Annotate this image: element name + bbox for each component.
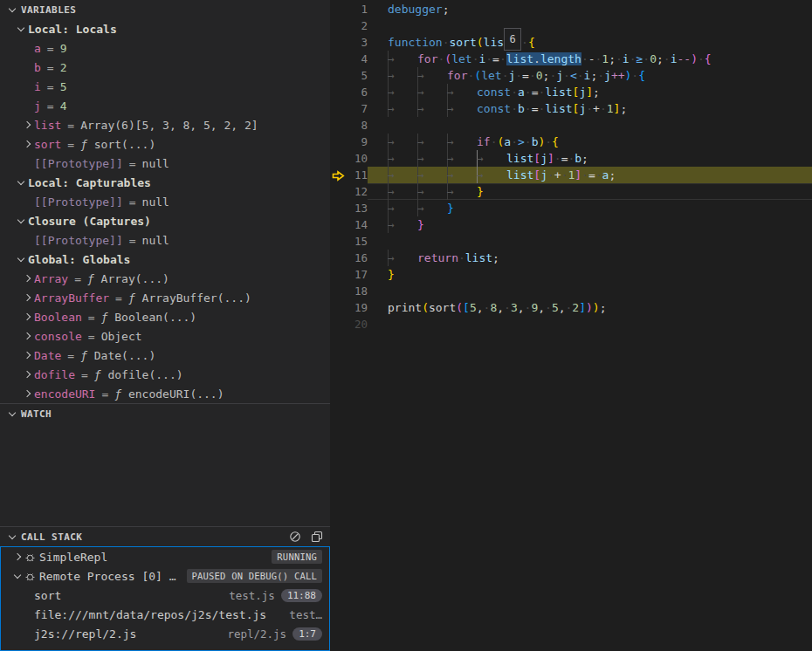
variable-row[interactable]: encodeURI=ƒ encodeURI(...)	[0, 384, 330, 403]
chevron-right-icon[interactable]	[21, 310, 34, 324]
code-line[interactable]: 1debugger;	[330, 1, 812, 17]
code-line[interactable]: 2	[330, 17, 812, 34]
line-number[interactable]: 1	[330, 1, 368, 17]
chevron-down-icon[interactable]	[15, 22, 28, 36]
copy-callstack-icon[interactable]	[311, 531, 323, 543]
code-text[interactable]: →→}	[368, 200, 812, 216]
chevron-right-icon[interactable]	[21, 329, 34, 343]
callstack-frame-row[interactable]: file:///mnt/data/repos/j2s/test.jstest…	[1, 605, 329, 624]
variable-row[interactable]: dofile=ƒ dofile(...)	[0, 365, 330, 384]
code-line[interactable]: 15	[330, 233, 812, 250]
chevron-down-icon[interactable]	[6, 407, 19, 421]
scope-row[interactable]: Closure (Captures)	[0, 211, 330, 230]
code-text[interactable]: function·sort(lis6·{	[368, 34, 812, 51]
code-line[interactable]: 13→→}	[330, 200, 812, 216]
variable-row[interactable]: b=2	[0, 58, 330, 77]
code-text[interactable]: }	[368, 266, 812, 283]
code-text[interactable]: →→→if·(a·>·b)·{	[368, 134, 812, 150]
line-number[interactable]: 7	[330, 100, 368, 117]
line-number[interactable]: 17	[330, 266, 368, 283]
line-number[interactable]: 5	[330, 67, 368, 84]
code-line[interactable]: 16→return·list;	[330, 250, 812, 266]
line-number[interactable]: 15	[330, 233, 368, 250]
chevron-right-icon[interactable]	[21, 348, 34, 362]
code-line[interactable]: 17}	[330, 266, 812, 283]
line-number[interactable]: 8	[330, 117, 368, 134]
code-text[interactable]	[368, 17, 812, 34]
callstack-list[interactable]: SimpleReplRUNNINGRemote Process [0] …PAU…	[0, 546, 330, 651]
code-line[interactable]: 20	[330, 316, 812, 332]
chevron-down-icon[interactable]	[15, 252, 28, 266]
chevron-down-icon[interactable]	[15, 214, 28, 228]
code-text[interactable]: →→→→list[j·+·1]·=·a;	[368, 167, 812, 183]
chevron-down-icon[interactable]	[6, 3, 19, 17]
code-line[interactable]: 18	[330, 283, 812, 299]
chevron-right-icon[interactable]	[21, 137, 34, 151]
code-line[interactable]: 5→→for·(let·j·=·0;·j·<·i;·j++)·{	[330, 67, 812, 84]
variable-row[interactable]: a=9	[0, 38, 330, 58]
code-text[interactable]: →→for·(let·j·=·0;·j·<·i;·j++)·{	[368, 67, 812, 84]
variable-row[interactable]: [[Prototype]]=null	[0, 192, 330, 211]
variable-row[interactable]: [[Prototype]]=null	[0, 154, 330, 173]
variables-pane-header[interactable]: VARIABLES	[0, 0, 330, 19]
chevron-down-icon[interactable]	[11, 569, 24, 583]
variable-row[interactable]: Date=ƒ Date(...)	[0, 346, 330, 365]
code-text[interactable]	[368, 117, 812, 134]
code-text[interactable]: debugger;	[368, 1, 812, 17]
variable-row[interactable]: list=Array(6)[5, 3, 8, 5, 2, 2]	[0, 115, 330, 134]
code-line[interactable]: 19print(sort([5,·8,·3,·9,·5,·2]));	[330, 299, 812, 316]
callstack-frame-row[interactable]: j2s://repl/2.jsrepl/2.js1:7	[1, 624, 329, 643]
variable-row[interactable]: console=Object	[0, 326, 330, 346]
scope-row[interactable]: Global: Globals	[0, 250, 330, 269]
code-line[interactable]: 10→→→→list[j]·=·b;	[330, 150, 812, 167]
line-number[interactable]: 16	[330, 250, 368, 266]
code-editor[interactable]: 1debugger;23function·sort(lis6·{4→for·(l…	[330, 0, 812, 651]
line-number[interactable]: 18	[330, 283, 368, 299]
chevron-right-icon[interactable]	[21, 367, 34, 381]
line-number[interactable]: 19	[330, 299, 368, 316]
code-line[interactable]: 9→→→if·(a·>·b)·{	[330, 134, 812, 150]
code-line[interactable]: 11→→→→list[j·+·1]·=·a;	[330, 167, 812, 183]
code-text[interactable]: →→→}	[368, 183, 812, 200]
callstack-frame-row[interactable]: sorttest.js11:88	[1, 586, 329, 605]
callstack-session-row[interactable]: SimpleReplRUNNING	[1, 547, 329, 566]
line-number[interactable]: 10	[330, 150, 368, 167]
code-text[interactable]: →}	[368, 216, 812, 233]
line-number[interactable]: 2	[330, 17, 368, 34]
code-text[interactable]	[368, 316, 812, 332]
scope-row[interactable]: Local: Locals	[0, 19, 330, 38]
chevron-right-icon[interactable]	[21, 271, 34, 285]
variable-row[interactable]: Array=ƒ Array(...)	[0, 269, 330, 288]
line-number[interactable]: 13	[330, 200, 368, 216]
line-number[interactable]: 6	[330, 84, 368, 100]
line-number[interactable]: 12	[330, 183, 368, 200]
watch-pane-header[interactable]: WATCH	[0, 404, 330, 423]
line-number[interactable]: 4	[330, 51, 368, 67]
chevron-right-icon[interactable]	[11, 550, 24, 564]
variable-row[interactable]: [[Prototype]]=null	[0, 230, 330, 250]
chevron-down-icon[interactable]	[6, 530, 19, 544]
code-line[interactable]: 14→}	[330, 216, 812, 233]
clock-slash-icon[interactable]	[289, 531, 301, 543]
chevron-right-icon[interactable]	[21, 387, 34, 401]
variable-row[interactable]: ArrayBuffer=ƒ ArrayBuffer(...)	[0, 288, 330, 307]
code-text[interactable]: print(sort([5,·8,·3,·9,·5,·2]));	[368, 299, 812, 316]
code-line[interactable]: 12→→→}	[330, 183, 812, 200]
chevron-down-icon[interactable]	[15, 175, 28, 189]
code-text[interactable]: →→→→list[j]·=·b;	[368, 150, 812, 167]
variable-row[interactable]: j=4	[0, 96, 330, 115]
callstack-session-row[interactable]: Remote Process [0] …PAUSED ON DEBUG() CA…	[1, 566, 329, 586]
line-number[interactable]: 3	[330, 34, 368, 51]
line-number[interactable]: 9	[330, 134, 368, 150]
code-text[interactable]	[368, 283, 812, 299]
chevron-right-icon[interactable]	[21, 291, 34, 305]
line-number[interactable]: 14	[330, 216, 368, 233]
code-line[interactable]: 6→→→const·a·=·list[j];	[330, 84, 812, 100]
variable-row[interactable]: Boolean=ƒ Boolean(...)	[0, 307, 330, 326]
code-text[interactable]: →return·list;	[368, 250, 812, 266]
chevron-right-icon[interactable]	[21, 118, 34, 132]
variable-row[interactable]: i=5	[0, 77, 330, 96]
line-number[interactable]: 20	[330, 316, 368, 332]
code-line[interactable]: 8	[330, 117, 812, 134]
variable-row[interactable]: sort=ƒ sort(...)	[0, 134, 330, 154]
